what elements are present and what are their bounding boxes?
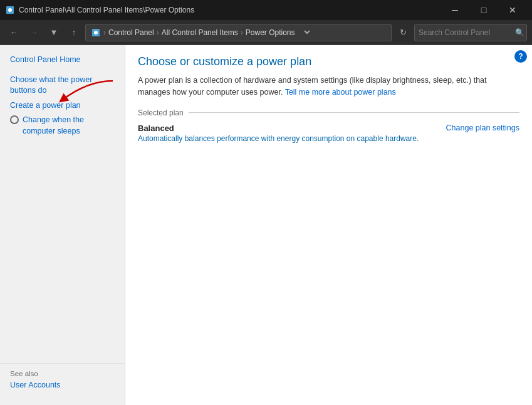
sidebar-home-link[interactable]: Control Panel Home: [0, 53, 125, 68]
search-box: 🔍: [414, 24, 527, 41]
see-also-section: See also User Accounts: [0, 358, 125, 393]
sidebar-divider: [0, 363, 125, 364]
svg-point-3: [94, 31, 98, 34]
sidebar-create-plan-link[interactable]: Create a power plan: [0, 98, 125, 113]
selected-plan-label: Selected plan: [138, 108, 184, 117]
window-title: Control Panel\All Control Panel Items\Po…: [19, 6, 441, 14]
sidebar-sleep-link[interactable]: Change when the computer sleeps: [0, 113, 125, 139]
page-title: Choose or customize a power plan: [138, 55, 519, 68]
window-icon: [5, 5, 15, 15]
search-icon: 🔍: [515, 28, 524, 37]
content-area: ? Choose or customize a power plan A pow…: [125, 45, 532, 405]
title-bar: Control Panel\All Control Panel Items\Po…: [0, 0, 532, 20]
sleep-icon: [10, 115, 19, 124]
plan-info: Balanced Automatically balances performa…: [138, 124, 419, 143]
recent-locations-button[interactable]: ▼: [45, 24, 63, 41]
plan-name: Balanced: [138, 124, 419, 133]
content-description: A power plan is a collection of hardware…: [138, 75, 501, 98]
address-path: › Control Panel › All Control Panel Item…: [85, 24, 392, 41]
refresh-button[interactable]: ↻: [394, 24, 412, 41]
plan-description: Automatically balances performance with …: [138, 134, 419, 143]
minimize-button[interactable]: ─: [441, 0, 469, 20]
breadcrumb-all-items[interactable]: All Control Panel Items: [162, 28, 238, 37]
plan-row: Balanced Automatically balances performa…: [138, 124, 519, 143]
breadcrumb-control-panel[interactable]: Control Panel: [108, 28, 154, 37]
back-button[interactable]: ←: [5, 24, 23, 41]
maximize-button[interactable]: □: [469, 0, 498, 20]
address-dropdown[interactable]: [300, 28, 312, 36]
close-button[interactable]: ✕: [498, 0, 527, 20]
help-button[interactable]: ?: [514, 50, 527, 63]
main-layout: Control Panel Home Choose what the power…: [0, 45, 532, 405]
search-input[interactable]: [419, 28, 513, 37]
path-icon: [91, 28, 101, 38]
change-plan-settings-link[interactable]: Change plan settings: [446, 124, 519, 132]
section-divider: [189, 112, 519, 113]
sidebar-power-buttons-link[interactable]: Choose what the power buttons do: [0, 73, 125, 98]
tell-me-more-link[interactable]: Tell me more about power plans: [285, 88, 396, 97]
selected-plan-header: Selected plan: [138, 108, 519, 117]
up-button[interactable]: ↑: [65, 24, 83, 41]
sidebar-user-accounts-link[interactable]: User Accounts: [0, 378, 125, 393]
window-controls: ─ □ ✕: [441, 0, 527, 20]
forward-button[interactable]: →: [25, 24, 43, 41]
sidebar: Control Panel Home Choose what the power…: [0, 45, 125, 405]
see-also-label: See also: [0, 367, 48, 379]
address-bar: ← → ▼ ↑ › Control Panel › All Control Pa…: [0, 20, 532, 45]
breadcrumb-power-options[interactable]: Power Options: [246, 28, 295, 37]
svg-point-1: [8, 8, 12, 12]
